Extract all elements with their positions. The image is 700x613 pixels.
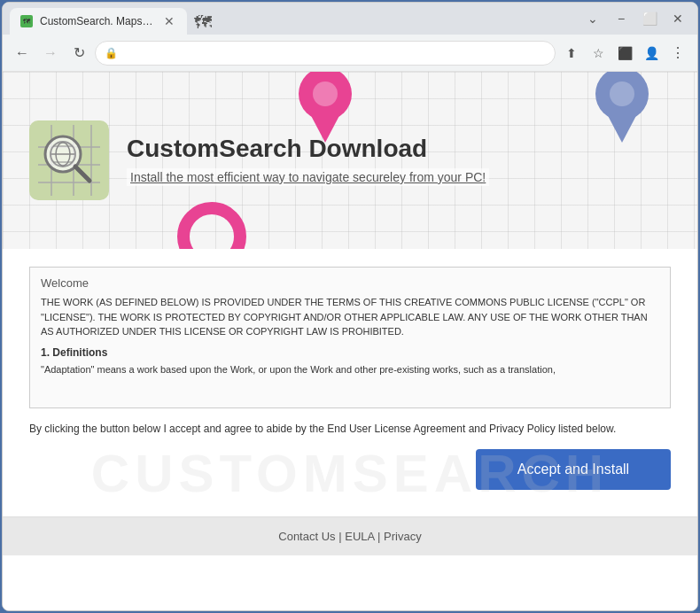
browser-window: 🗺 CustomSearch. Maps for PC.. ✕ 🗺 ⌄ − ⬜ … <box>2 2 698 611</box>
pink-ring-bottom <box>176 201 247 249</box>
minimize-button[interactable]: − <box>609 6 634 31</box>
svg-point-20 <box>183 208 240 249</box>
reload-button[interactable]: ↻ <box>66 41 91 66</box>
eula-text-box[interactable]: Welcome THE WORK (AS DEFINED BELOW) IS P… <box>29 267 671 408</box>
eula-link[interactable]: EULA <box>345 530 374 543</box>
eula-definitions-heading: 1. Definitions <box>41 346 659 359</box>
privacy-link[interactable]: Privacy <box>384 530 422 543</box>
hero-subtitle: Install the most efficient way to naviga… <box>127 168 489 186</box>
forward-button[interactable]: → <box>38 41 63 66</box>
hero-subtitle-text: Install the most efficient way to naviga… <box>130 170 486 184</box>
eula-section: CUSTOMSEARCH Welcome THE WORK (AS DEFINE… <box>3 249 697 516</box>
pink-ring-svg <box>176 201 247 249</box>
footer-separator-1: | <box>338 530 341 543</box>
footer-separator-2: | <box>377 530 380 543</box>
extensions-icon[interactable]: ⬛ <box>612 41 637 66</box>
active-tab[interactable]: 🗺 CustomSearch. Maps for PC.. ✕ <box>10 8 187 35</box>
eula-body-text: THE WORK (AS DEFINED BELOW) IS PROVIDED … <box>41 295 659 339</box>
window-controls: ⌄ − ⬜ ✕ <box>580 6 690 31</box>
page-title: CustomSearch Download <box>127 135 671 163</box>
tab-title: CustomSearch. Maps for PC.. <box>40 15 155 27</box>
app-logo <box>29 120 109 200</box>
back-button[interactable]: ← <box>10 41 35 66</box>
share-icon[interactable]: ⬆ <box>559 41 584 66</box>
tab-close-button[interactable]: ✕ <box>162 14 176 28</box>
accept-button-row: Accept and Install <box>29 449 671 490</box>
nav-bar: ← → ↻ 🔒 ⬆ ☆ ⬛ 👤 ⋮ <box>3 35 697 72</box>
maximize-button[interactable]: ⬜ <box>637 6 662 31</box>
page-footer: Contact Us | EULA | Privacy <box>3 516 697 555</box>
agree-text: By clicking the button below I accept an… <box>29 421 671 437</box>
menu-icon[interactable]: ⋮ <box>665 41 690 66</box>
hero-section: CustomSearch Download Install the most e… <box>3 72 697 249</box>
eula-definitions-text: "Adaptation" means a work based upon the… <box>41 362 659 377</box>
tabs-area: 🗺 CustomSearch. Maps for PC.. ✕ 🗺 <box>10 3 577 35</box>
title-bar: 🗺 CustomSearch. Maps for PC.. ✕ 🗺 ⌄ − ⬜ … <box>3 3 697 35</box>
address-bar[interactable]: 🔒 <box>95 41 556 66</box>
accept-install-button[interactable]: Accept and Install <box>476 449 671 490</box>
profile-icon[interactable]: 👤 <box>639 41 664 66</box>
logo-svg <box>29 120 109 200</box>
star-icon[interactable]: ☆ <box>586 41 611 66</box>
contact-us-link[interactable]: Contact Us <box>278 530 335 543</box>
page-content: CustomSearch Download Install the most e… <box>3 72 697 610</box>
eula-welcome-label: Welcome <box>41 276 659 290</box>
tab-favicon: 🗺 <box>20 15 33 27</box>
chevron-down-icon[interactable]: ⌄ <box>580 6 605 31</box>
close-button[interactable]: ✕ <box>665 6 690 31</box>
svg-point-5 <box>610 81 634 106</box>
lock-icon: 🔒 <box>105 47 118 59</box>
svg-point-2 <box>313 81 338 106</box>
hero-text-block: CustomSearch Download Install the most e… <box>127 135 671 186</box>
nav-actions: ⬆ ☆ ⬛ 👤 ⋮ <box>559 41 690 66</box>
new-tab-button[interactable]: 🗺 <box>191 10 215 35</box>
